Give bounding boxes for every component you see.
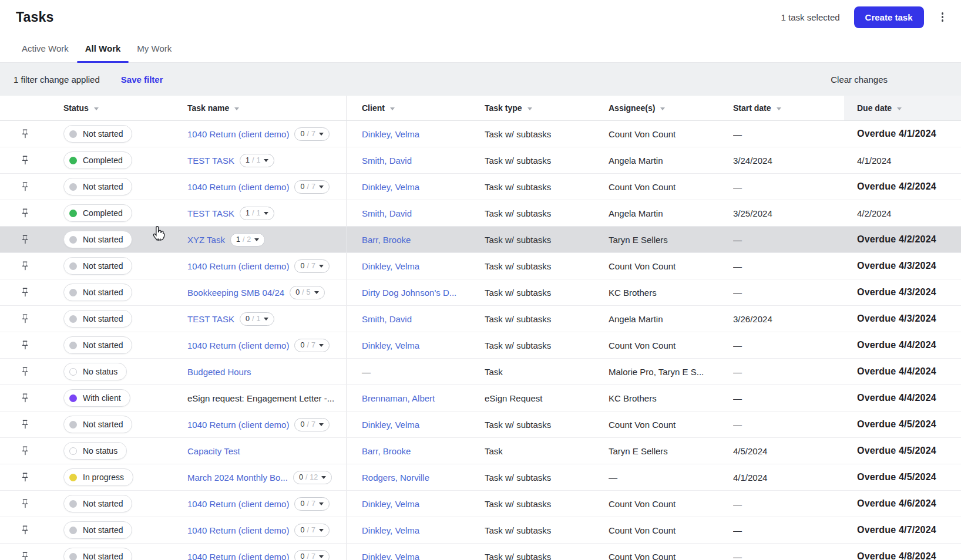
status-badge[interactable]: Not started <box>63 284 132 301</box>
client-link[interactable]: Dinkley, Velma <box>362 261 419 271</box>
subtask-count-dropdown[interactable]: 0/5 <box>290 286 324 299</box>
client-link[interactable]: Dinkley, Velma <box>362 182 419 192</box>
table-row[interactable]: With client eSign request: Engagement Le… <box>0 385 961 411</box>
client-link[interactable]: Dinkley, Velma <box>362 499 419 509</box>
pin-icon[interactable] <box>19 234 29 245</box>
status-badge[interactable]: Not started <box>63 416 132 433</box>
pin-icon[interactable] <box>19 419 29 430</box>
table-row[interactable]: Not started 1040 Return (client demo) 0/… <box>0 411 961 438</box>
table-row[interactable]: Not started 1040 Return (client demo) 0/… <box>0 174 961 200</box>
status-badge[interactable]: Not started <box>63 125 132 143</box>
task-name-link[interactable]: Bookkeeping SMB 04/24 <box>187 288 284 298</box>
pin-icon[interactable] <box>19 339 29 351</box>
subtask-count-dropdown[interactable]: 0/7 <box>294 418 329 431</box>
client-link[interactable]: Barr, Brooke <box>362 235 411 245</box>
table-row[interactable]: Not started XYZ Task 1/2 Barr, Brooke Ta… <box>0 227 961 253</box>
client-link[interactable]: Smith, David <box>362 208 412 218</box>
task-name-link[interactable]: 1040 Return (client demo) <box>187 525 289 535</box>
client-link[interactable]: Dirty Dog Johnson's D... <box>362 288 456 298</box>
status-badge[interactable]: Not started <box>63 495 132 512</box>
pin-icon[interactable] <box>19 445 29 457</box>
task-name-link[interactable]: Budgeted Hours <box>187 367 251 377</box>
task-name-link[interactable]: 1040 Return (client demo) <box>187 261 289 271</box>
column-header-due-date[interactable]: Due date <box>844 96 961 120</box>
pin-icon[interactable] <box>19 524 29 536</box>
table-row[interactable]: In progress March 2024 Monthly Bo... 0/1… <box>0 464 961 491</box>
status-badge[interactable]: Completed <box>63 151 132 169</box>
status-badge[interactable]: Not started <box>63 521 132 539</box>
task-name-link[interactable]: 1040 Return (client demo) <box>187 129 289 139</box>
client-link[interactable]: — <box>362 367 371 377</box>
pin-icon[interactable] <box>19 286 29 298</box>
pin-icon[interactable] <box>19 128 29 140</box>
subtask-count-dropdown[interactable]: 0/7 <box>294 339 329 352</box>
task-name-link[interactable]: eSign request: Engagement Letter -... <box>187 393 334 403</box>
task-name-link[interactable]: March 2024 Monthly Bo... <box>187 473 288 483</box>
task-name-link[interactable]: Capacity Test <box>187 446 240 456</box>
pin-icon[interactable] <box>19 260 29 272</box>
subtask-count-dropdown[interactable]: 0/7 <box>294 550 329 560</box>
table-row[interactable]: Not started 1040 Return (client demo) 0/… <box>0 332 961 359</box>
subtask-count-dropdown[interactable]: 0/7 <box>294 259 329 273</box>
task-name-link[interactable]: 1040 Return (client demo) <box>187 182 289 192</box>
client-link[interactable]: Dinkley, Velma <box>362 552 419 560</box>
subtask-count-dropdown[interactable]: 0/7 <box>294 524 329 537</box>
client-link[interactable]: Dinkley, Velma <box>362 129 419 139</box>
table-row[interactable]: No status Capacity Test Barr, Brooke Tas… <box>0 438 961 464</box>
client-link[interactable]: Dinkley, Velma <box>362 525 419 535</box>
task-name-link[interactable]: 1040 Return (client demo) <box>187 552 289 560</box>
status-badge[interactable]: Not started <box>63 310 132 328</box>
status-badge[interactable]: Not started <box>63 257 132 275</box>
task-name-link[interactable]: XYZ Task <box>187 235 225 245</box>
pin-icon[interactable] <box>19 551 29 560</box>
client-link[interactable]: Smith, David <box>362 314 412 324</box>
status-badge[interactable]: Not started <box>63 231 132 248</box>
pin-icon[interactable] <box>19 392 29 404</box>
pin-icon[interactable] <box>19 471 29 483</box>
subtask-count-dropdown[interactable]: 0/7 <box>294 497 329 511</box>
table-row[interactable]: No status Budgeted Hours — Task Malorie … <box>0 359 961 385</box>
table-row[interactable]: Not started Bookkeeping SMB 04/24 0/5 Di… <box>0 279 961 306</box>
task-name-link[interactable]: TEST TASK <box>187 208 234 218</box>
tab-active-work[interactable]: Active Work <box>14 34 77 62</box>
pin-icon[interactable] <box>19 366 29 377</box>
task-name-link[interactable]: TEST TASK <box>187 314 234 324</box>
task-name-link[interactable]: 1040 Return (client demo) <box>187 340 289 350</box>
clear-changes-link[interactable]: Clear changes <box>831 75 888 85</box>
table-row[interactable]: Not started TEST TASK 0/1 Smith, David T… <box>0 306 961 332</box>
tab-my-work[interactable]: My Work <box>129 34 180 62</box>
table-row[interactable]: Not started 1040 Return (client demo) 0/… <box>0 121 961 147</box>
table-row[interactable]: Completed TEST TASK 1/1 Smith, David Tas… <box>0 147 961 174</box>
column-header-start-date[interactable]: Start date <box>733 96 844 120</box>
pin-icon[interactable] <box>19 498 29 510</box>
status-badge[interactable]: No status <box>63 442 127 460</box>
subtask-count-dropdown[interactable]: 0/1 <box>240 312 274 326</box>
subtask-count-dropdown[interactable]: 0/7 <box>294 180 329 194</box>
pin-icon[interactable] <box>19 154 29 166</box>
subtask-count-dropdown[interactable]: 0/12 <box>293 471 332 484</box>
subtask-count-dropdown[interactable]: 0/7 <box>294 127 329 141</box>
task-name-link[interactable]: TEST TASK <box>187 156 234 166</box>
status-badge[interactable]: Not started <box>63 178 132 195</box>
client-link[interactable]: Barr, Brooke <box>362 446 411 456</box>
kebab-menu-icon[interactable] <box>938 9 947 25</box>
tab-all-work[interactable]: All Work <box>77 34 129 62</box>
status-badge[interactable]: Not started <box>63 336 132 354</box>
status-badge[interactable]: No status <box>63 363 127 380</box>
pin-icon[interactable] <box>19 313 29 325</box>
status-badge[interactable]: Not started <box>63 548 132 560</box>
client-link[interactable]: Brennaman, Albert <box>362 393 435 403</box>
column-header-status[interactable]: Status <box>63 96 187 120</box>
pin-icon[interactable] <box>19 207 29 219</box>
subtask-count-dropdown[interactable]: 1/1 <box>240 207 274 220</box>
table-row[interactable]: Completed TEST TASK 1/1 Smith, David Tas… <box>0 200 961 227</box>
status-badge[interactable]: With client <box>63 389 130 407</box>
pin-icon[interactable] <box>19 181 29 193</box>
client-link[interactable]: Dinkley, Velma <box>362 420 419 430</box>
task-name-link[interactable]: 1040 Return (client demo) <box>187 420 289 430</box>
table-row[interactable]: Not started 1040 Return (client demo) 0/… <box>0 517 961 544</box>
task-name-link[interactable]: 1040 Return (client demo) <box>187 499 289 509</box>
column-header-assignees[interactable]: Assignee(s) <box>609 96 733 120</box>
table-row[interactable]: Not started 1040 Return (client demo) 0/… <box>0 544 961 560</box>
create-task-button[interactable]: Create task <box>854 6 924 28</box>
